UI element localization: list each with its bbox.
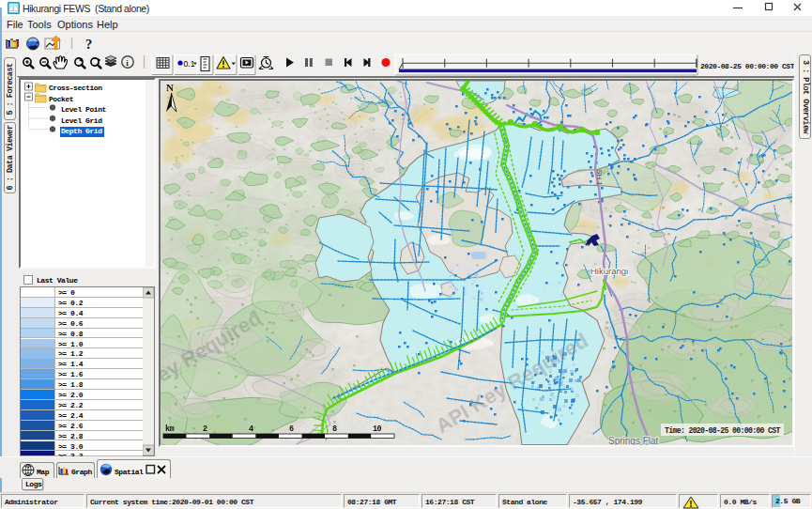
svg-text:4: 4 [249,424,253,434]
svg-text:Time: 2020-08-25 00:00:00 CST: Time: 2020-08-25 00:00:00 CST [665,426,781,435]
svg-text:i: i [126,58,129,68]
svg-text:Springs Flat: Springs Flat [608,436,659,445]
svg-text:Hikurangi: Hikurangi [590,266,628,276]
svg-text:SH 1: SH 1 [595,169,604,186]
svg-text:N: N [166,82,174,93]
svg-text:km: km [165,424,175,434]
svg-text:?: ? [85,37,92,52]
svg-text:0.1: 0.1 [184,59,195,69]
svg-text:6: 6 [289,424,294,434]
svg-text:10: 10 [373,424,382,434]
svg-text:2: 2 [203,424,207,434]
svg-text:8: 8 [332,424,337,434]
